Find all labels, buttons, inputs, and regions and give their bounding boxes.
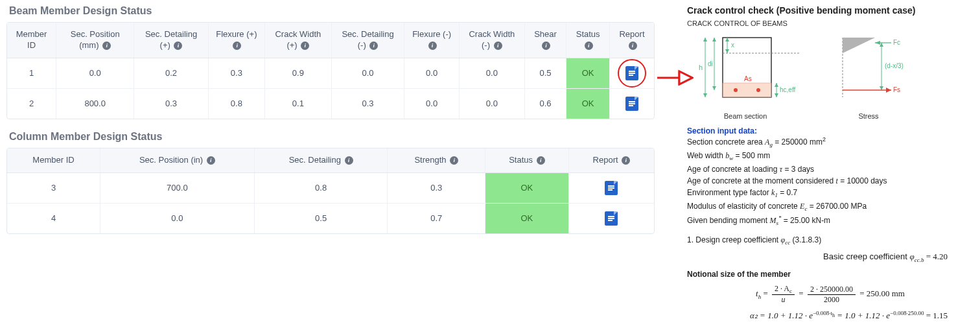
cell-cwn: 0.0 (459, 58, 524, 88)
cell-cwp: 0.9 (264, 58, 331, 88)
cell-flp: 0.8 (208, 88, 264, 119)
report-icon[interactable] (605, 211, 618, 226)
col-status: Status i (566, 23, 610, 58)
cell-fln: 0.0 (404, 88, 460, 119)
info-icon[interactable]: i (207, 156, 215, 165)
report-icon[interactable] (625, 97, 638, 111)
col-flexure-pos: Flexure (+) i (208, 23, 264, 58)
cell-cwn: 0.0 (459, 88, 524, 119)
svg-marker-7 (703, 93, 707, 97)
svg-point-4 (756, 88, 760, 92)
col-report: Report i (568, 148, 654, 172)
info-icon[interactable]: i (233, 41, 241, 50)
svg-marker-14 (725, 38, 729, 41)
col-sec-det-pos: Sec. Detailing (+) i (134, 23, 209, 58)
cell-report (568, 172, 654, 203)
eq-alpha2: α₂ = 1.0 + 1.12 · e−0.008·th = 1.0 + 1.1… (687, 310, 948, 321)
cell-fln: 0.0 (404, 58, 460, 88)
cell-status: OK (485, 203, 569, 233)
svg-rect-2 (723, 83, 771, 97)
column-section-title: Column Member Design Status (9, 131, 655, 143)
info-icon[interactable]: i (369, 41, 378, 50)
cell-pos: 0.0 (56, 58, 134, 88)
info-icon[interactable]: i (629, 41, 637, 50)
cell-report (610, 88, 654, 119)
cell-str: 0.3 (388, 172, 485, 203)
svg-text:di: di (708, 60, 713, 67)
col-sec-det-neg: Sec. Detailing (-) i (331, 23, 404, 58)
beam-section-diagram: h di x As hc,eff (687, 32, 804, 110)
cell-sdp: 0.2 (134, 58, 209, 88)
diagram-caption-left: Beam section (687, 112, 804, 120)
svg-marker-25 (875, 41, 880, 45)
svg-marker-15 (725, 49, 729, 53)
col-sec-det: Sec. Detailing i (254, 148, 388, 172)
cell-sh: 0.5 (524, 58, 566, 88)
cell-id: 4 (7, 203, 100, 233)
svg-marker-23 (843, 38, 875, 53)
cell-status: OK (566, 58, 610, 88)
col-shear: Shear i (524, 23, 566, 58)
cell-report (610, 58, 654, 88)
svg-text:x: x (731, 41, 734, 49)
input-heading: Section input data: (687, 126, 974, 136)
cell-sdn: 0.3 (331, 88, 404, 119)
report-icon[interactable] (625, 66, 638, 80)
arrow-annotation-icon (655, 65, 694, 91)
info-icon[interactable]: i (585, 41, 593, 50)
beam-section-title: Beam Member Design Status (9, 5, 655, 17)
info-icon[interactable]: i (345, 156, 353, 165)
notional-heading: Notional size of the member (687, 270, 974, 279)
col-crack-neg: Crack Width (-) i (459, 23, 524, 58)
cell-cwp: 0.1 (264, 88, 331, 119)
col-report: Report i (610, 23, 654, 58)
col-status: Status i (485, 148, 569, 172)
svg-text:As: As (744, 75, 752, 82)
info-icon[interactable]: i (102, 41, 111, 50)
column-table-wrap: Member ID Sec. Position (in) i Sec. Deta… (6, 148, 655, 234)
col-member-id: Member ID (7, 148, 100, 172)
svg-text:Fc: Fc (893, 39, 900, 46)
cell-id: 2 (7, 88, 56, 119)
svg-text:Fs: Fs (893, 86, 900, 93)
svg-marker-6 (703, 38, 707, 41)
svg-text:h: h (699, 64, 703, 71)
cell-status: OK (485, 172, 569, 203)
eq-th: th = 2 · Acu = 2 · 250000.002000 = 250.0… (687, 284, 974, 305)
info-icon[interactable]: i (542, 41, 550, 50)
svg-marker-11 (712, 86, 716, 90)
table-row: 2 800.0 0.3 0.8 0.1 0.3 0.0 0.0 0.6 OK (7, 88, 654, 119)
info-icon[interactable]: i (450, 156, 458, 165)
diagram-caption-right: Stress (830, 112, 907, 120)
info-icon[interactable]: i (494, 41, 502, 50)
beam-table-wrap: Member ID Sec. Position (mm) i Sec. Deta… (6, 22, 655, 119)
cell-flp: 0.3 (208, 58, 264, 88)
info-icon[interactable]: i (174, 41, 182, 50)
table-row: 4 0.0 0.5 0.7 OK (7, 203, 654, 233)
col-flexure-neg: Flexure (-) i (404, 23, 460, 58)
table-row: 3 700.0 0.8 0.3 OK (7, 172, 654, 203)
cell-pos: 800.0 (56, 88, 134, 119)
cell-id: 1 (7, 58, 56, 88)
svg-marker-29 (880, 86, 883, 90)
input-line: Age of concrete at loading τ = 3 days (687, 163, 974, 175)
cell-str: 0.7 (388, 203, 485, 233)
cell-status: OK (566, 88, 610, 119)
info-icon[interactable]: i (537, 156, 545, 165)
input-line: Given bending moment Ms* = 25.00 kN-m (687, 214, 974, 228)
info-icon[interactable]: i (622, 156, 630, 165)
col-sec-pos: Sec. Position (in) i (100, 148, 254, 172)
col-sec-pos: Sec. Position (mm) i (56, 23, 134, 58)
report-title: Crack control check (Positive bending mo… (687, 5, 974, 16)
input-line: Age of concrete at the moment considered… (687, 175, 974, 187)
svg-point-3 (734, 88, 738, 92)
cell-sdn: 0.0 (331, 58, 404, 88)
svg-marker-10 (712, 38, 716, 41)
input-line: Section concrete area Ag = 250000 mm2 (687, 136, 974, 150)
info-icon[interactable]: i (301, 41, 309, 50)
col-crack-pos: Crack Width (+) i (264, 23, 331, 58)
info-icon[interactable]: i (428, 41, 437, 50)
cell-sh: 0.6 (524, 88, 566, 119)
report-icon[interactable] (605, 181, 618, 195)
cell-pos: 0.0 (100, 203, 254, 233)
